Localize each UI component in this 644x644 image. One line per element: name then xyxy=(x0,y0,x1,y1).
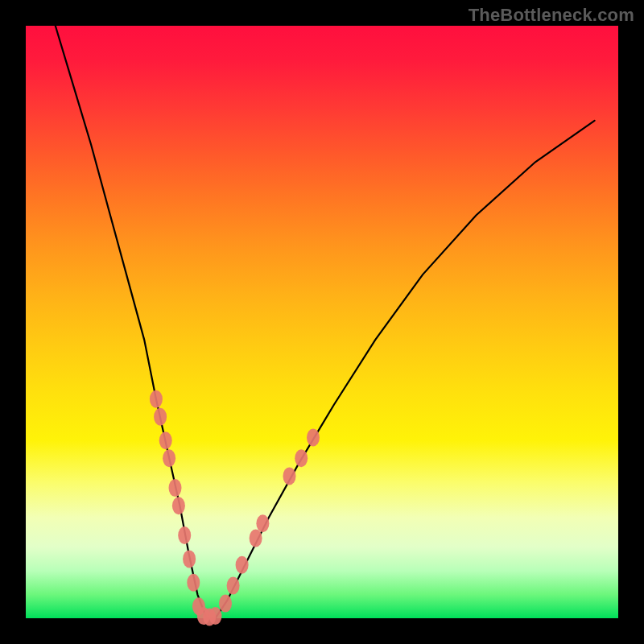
curve-marker xyxy=(163,449,175,467)
bottleneck-curve-path xyxy=(56,26,595,618)
marker-cluster xyxy=(150,390,320,626)
curve-marker xyxy=(236,556,249,574)
plot-area xyxy=(26,26,618,618)
curve-marker xyxy=(256,514,269,532)
curve-marker xyxy=(178,526,191,544)
curve-marker xyxy=(172,497,185,514)
curve-marker xyxy=(283,467,296,485)
curve-marker xyxy=(183,550,196,568)
curve-marker xyxy=(150,390,163,408)
curve-marker xyxy=(295,449,308,467)
watermark-text: TheBottleneck.com xyxy=(469,5,634,26)
curve-marker xyxy=(159,431,172,449)
curve-marker xyxy=(227,577,240,595)
curve-marker xyxy=(307,429,320,447)
chart-frame: TheBottleneck.com xyxy=(0,0,644,644)
curve-marker xyxy=(169,479,182,497)
curve-marker xyxy=(250,530,262,547)
curve-marker xyxy=(187,574,200,592)
chart-svg xyxy=(26,26,618,618)
curve-marker xyxy=(219,595,232,613)
curve-marker xyxy=(209,607,222,625)
curve-marker xyxy=(154,408,167,426)
